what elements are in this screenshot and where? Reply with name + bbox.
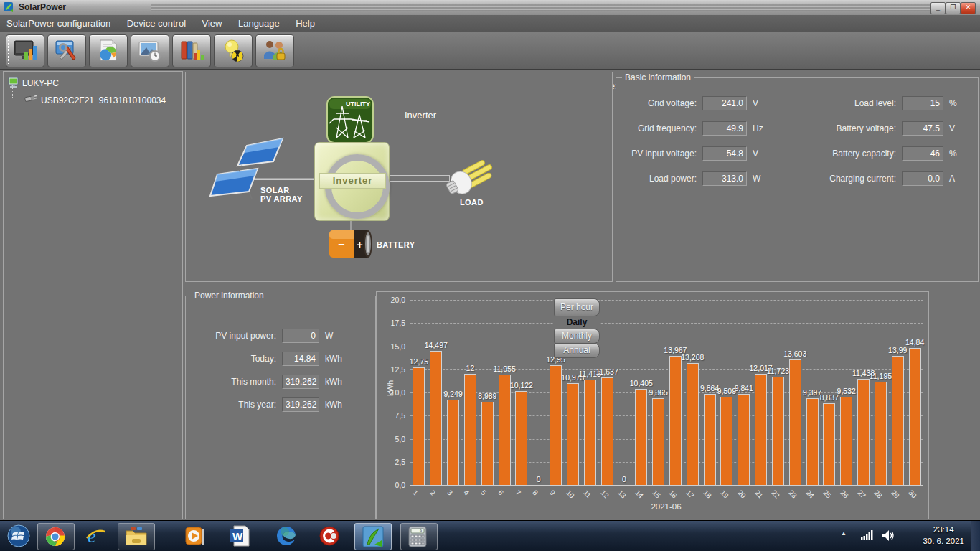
bar-day-17 [687,363,699,485]
tree-item-device[interactable]: USB92C2F21_96131810100034 [41,95,166,105]
x-tick-label: 18 [702,489,713,500]
warning-button[interactable] [214,34,253,67]
bar-day-23 [789,359,801,485]
monitoring-button[interactable] [6,34,44,67]
taskbar-calculator[interactable]: 0 [400,523,438,550]
bar-value-label: 14,497 [425,341,448,349]
taskbar-clock[interactable]: 23:14 30. 6. 2021 [923,524,964,547]
users-lock-icon [263,39,287,63]
x-tick-label: 6 [496,489,505,497]
bar-day-9 [550,365,562,485]
minimize-button[interactable]: _ [930,2,946,14]
x-tick-label: 13 [616,489,628,500]
menu-solarpower-configuration[interactable]: SolarPower configuration [0,15,117,32]
per-hour-button[interactable]: Per hour [554,298,600,316]
calculator-icon: 0 [407,526,428,547]
taskbar-internet-explorer[interactable]: e [77,523,113,549]
menu-view[interactable]: View [196,15,229,32]
clock-time: 23:14 [923,524,964,535]
bar-value-label: 10,405 [630,379,653,387]
show-desktop-button[interactable] [971,521,980,551]
volume-icon[interactable] [882,530,895,541]
device-settings-button[interactable] [47,34,86,67]
field-label: Charging current: [810,171,896,184]
svg-text:0: 0 [420,529,422,533]
bar-day-6 [499,375,511,485]
load-power-value: 313.0 [702,171,747,186]
pv-input-power-value: 0 [282,329,319,343]
daily-button[interactable]: Daily [554,316,600,329]
title-bar[interactable]: SolarPower _ ❐ ✕ [0,0,980,16]
taskbar-edge[interactable] [268,523,304,549]
taskbar-chrome[interactable] [37,523,75,550]
x-tick-label: 30 [907,489,918,500]
horizontal-splitter[interactable] [565,287,606,291]
network-signal-icon[interactable] [861,530,874,540]
x-tick-label: 25 [821,489,833,500]
bar-day-28 [875,382,887,485]
chrome-icon [44,526,66,547]
basic-information-panel: Basic information Grid voltage:241.0V Gr… [616,77,979,282]
bar-value-label: 9,397 [803,388,821,397]
report-button[interactable] [89,34,128,67]
bar-day-27 [857,379,870,485]
bulb-radiation-icon [221,39,245,63]
hidden-icons-arrow[interactable]: ▲ [841,530,847,537]
system-diagram-panel: UTILITY Inverter SOLAR PV ARRAY Inverter [185,72,613,282]
bar-day-30 [909,348,921,485]
y-tick-label: 17,5 [391,319,405,327]
y-tick-label: 2,5 [395,458,405,466]
menu-language[interactable]: Language [232,15,286,32]
x-tick-label: 8 [531,489,540,497]
bar-day-29 [892,356,904,485]
bar-value-label: 9,509 [717,387,736,395]
x-tick-label: 1 [411,489,420,497]
bar-value-label: 13,603 [783,349,806,358]
y-tick-label: 5,0 [395,435,405,443]
bar-value-label: 9,249 [443,390,462,398]
tree-item-computer[interactable]: LUKY-PC [22,78,59,88]
bar-value-label: 13,208 [681,353,704,362]
x-tick-label: 24 [804,489,816,500]
restore-button[interactable]: ❐ [946,2,961,14]
gridline [410,323,923,324]
user-management-button[interactable] [255,34,294,67]
window-title: SolarPower [19,2,66,12]
bar-day-20 [738,394,750,485]
bar-value-label: 8,989 [478,392,496,400]
taskbar-solarpower[interactable] [354,523,392,550]
word-icon: W [230,525,250,547]
bar-day-2 [430,351,442,485]
bar-day-12 [601,377,613,485]
bar-value-label: 0 [537,475,541,484]
close-button[interactable]: ✕ [961,2,976,14]
toolbar: Guest Monitored device: USB92C2F21_96131… [0,32,980,70]
data-log-button[interactable] [172,34,211,67]
history-button[interactable] [131,34,169,67]
books-chart-icon [179,39,204,63]
bar-value-label: 9,841 [735,384,753,392]
field-unit: V [949,121,955,133]
monthly-button[interactable]: Monthly [554,329,600,344]
field-unit: kWh [325,352,342,364]
solar-label: SOLAR PV ARRAY [260,186,303,203]
menu-device-control[interactable]: Device control [121,15,192,32]
annual-button[interactable]: Annual [554,343,600,358]
y-tick-label: 7,5 [395,411,405,420]
internet-explorer-icon: e [85,525,106,547]
start-button[interactable] [3,523,34,549]
bar-value-label: 9,365 [649,388,667,397]
x-tick-label: 11 [582,489,593,499]
x-tick-label: 10 [565,489,577,500]
menu-help[interactable]: Help [289,15,321,32]
edge-icon [275,525,297,547]
svg-text:−: − [338,238,344,250]
svg-text:UTILITY: UTILITY [346,100,370,108]
taskbar-media-player[interactable] [176,523,212,549]
taskbar-file-explorer[interactable] [118,523,155,550]
taskbar-red-app[interactable] [311,523,347,549]
media-player-icon [184,525,205,547]
taskbar-word[interactable]: W [222,523,258,549]
x-tick-label: 19 [719,489,730,500]
x-tick-label: 22 [771,489,782,500]
